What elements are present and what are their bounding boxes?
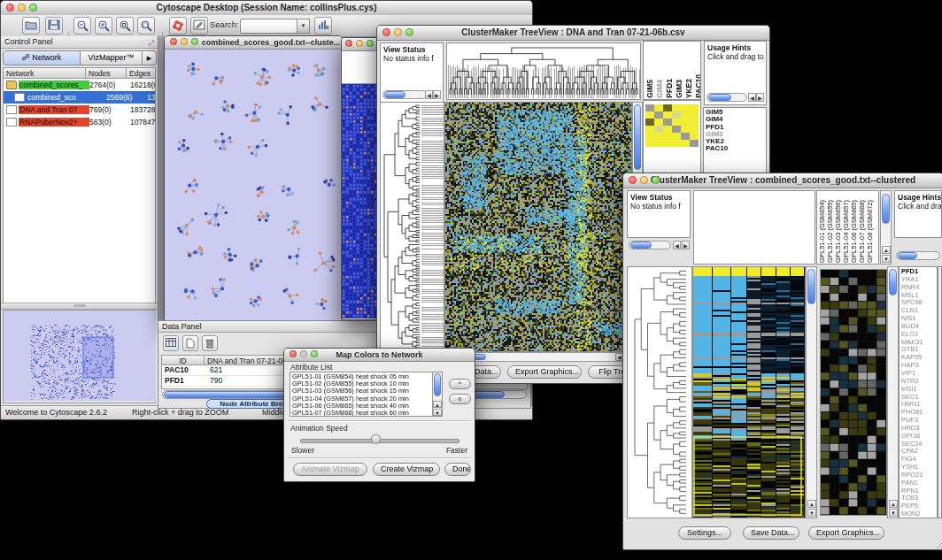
matrix-cell[interactable] [645,111,654,119]
zoom-heatmap[interactable] [820,269,887,516]
column-label[interactable]: GIM3 [675,80,683,98]
animate-vizmap-button[interactable]: Animate Vizmap [293,463,367,476]
export-graphics-button[interactable]: Export Graphics... [507,365,582,379]
treeview-combined-title-bar[interactable]: ClusterMaker TreeView : combined_scores_… [623,173,942,188]
resize-grip[interactable] [933,540,942,548]
zoom-fit-icon[interactable] [137,17,155,35]
panel-divider[interactable] [1,303,158,310]
matrix-cell[interactable] [654,104,663,111]
chart-settings-icon[interactable] [314,17,332,35]
scroll-left-arrow[interactable]: ◀ [748,93,756,102]
matrix-cell[interactable] [645,133,654,140]
matrix-cell[interactable] [690,111,699,119]
tab-vizmapper[interactable]: VizMapper™ [81,50,143,65]
scroll-right-arrow[interactable]: ▶ [433,90,441,99]
zoom-button[interactable] [311,350,318,357]
column-label[interactable]: GPL51-01 (GSM854) [819,200,826,263]
matrix-cell[interactable] [681,126,690,133]
scroll-up-arrow[interactable]: ▲ [882,246,891,254]
scroll-right-arrow[interactable]: ▶ [756,93,764,102]
matrix-cell[interactable] [681,111,690,119]
main-title-bar[interactable]: Cytoscape Desktop (Session Name: collins… [1,1,532,16]
scroll-thumb[interactable] [634,104,641,170]
save-icon[interactable] [45,17,63,35]
matrix-cell[interactable] [663,126,672,133]
matrix-cell[interactable] [654,111,663,119]
right-edge-scrollbar[interactable] [938,266,942,518]
column-label[interactable]: GPL51-02 (GSM855) [827,200,834,263]
scroll-thumb[interactable] [384,91,405,98]
tab-overflow-arrow[interactable]: ▶ [143,50,157,65]
column-header-id[interactable]: ID [162,356,205,365]
treeview-dna-title-bar[interactable]: ClusterMaker TreeView : DNA and Tran 07-… [377,26,769,41]
matrix-cell[interactable] [663,119,672,126]
matrix-cell[interactable] [645,104,654,111]
heatmap-vscrollbar[interactable]: ▲ ▼ [806,266,817,518]
minimize-button[interactable] [394,28,402,36]
column-header-nodes[interactable]: Nodes [86,68,127,79]
zoom-vscrollbar[interactable]: ▲ ▼ [887,266,899,518]
gene-label[interactable]: MON2 [901,510,935,518]
hidden-window-title-bar[interactable] [342,38,380,51]
zoom-matrix[interactable] [645,104,699,147]
matrix-cell[interactable] [672,111,681,119]
export-graphics-button[interactable]: Export Graphics... [808,526,884,540]
main-heatmap[interactable] [692,266,806,518]
zoom-button[interactable] [367,40,374,47]
row-dendrogram[interactable] [627,266,692,518]
close-button[interactable] [290,350,297,357]
search-input[interactable] [240,19,298,34]
table-grid-icon[interactable] [163,335,179,351]
tab-network[interactable]: ☍ Network [3,50,81,65]
scroll-down-arrow[interactable]: ▼ [882,255,891,263]
scroll-right-arrow[interactable]: ▶ [682,241,690,249]
scroll-down-arrow[interactable]: ▼ [433,409,442,416]
column-label[interactable]: PFD1 [665,79,674,98]
zoom-button[interactable] [405,28,413,36]
matrix-cell[interactable] [654,126,663,133]
close-button[interactable] [382,28,390,36]
move-down-button[interactable]: v [449,394,471,404]
scroll-thumb[interactable] [882,194,890,224]
minimize-button[interactable] [181,38,188,45]
open-folder-icon[interactable] [22,17,40,35]
network-list-row[interactable]: combined_scores_2764(0)16218(0) [4,79,155,91]
zoom-selected-icon[interactable] [116,17,134,35]
settings-button[interactable]: Settings... [678,526,731,540]
scroll-up-arrow[interactable]: ▲ [889,500,898,508]
column-dendrogram[interactable] [446,42,641,100]
column-label[interactable]: GPL51-07 (GSM868) [859,200,866,263]
matrix-cell[interactable] [663,133,672,140]
column-header-network[interactable]: Network [4,68,86,79]
column-header-edges[interactable]: Edges [127,68,155,79]
zoom-out-icon[interactable] [73,17,91,35]
matrix-cell[interactable] [681,133,690,140]
column-label[interactable]: PAC10 [694,74,701,98]
scroll-thumb[interactable] [708,94,731,101]
scroll-up-arrow[interactable]: ▲ [433,401,442,408]
save-data-button[interactable]: Save Data... [743,526,799,540]
attribute-item[interactable]: GPL51-07 (GSM868) heat shock 60 min [292,410,440,417]
network-window-title-bar[interactable]: combined_scores_good.txt--cluste... [165,36,342,50]
scroll-thumb[interactable] [807,269,815,304]
view-status-scrollbar[interactable] [629,241,671,249]
move-up-button[interactable]: ^ [449,379,471,389]
scroll-thumb[interactable] [434,373,441,396]
matrix-cell[interactable] [654,140,663,147]
main-heatmap[interactable] [444,102,632,352]
usage-hints-scrollbar[interactable] [706,93,747,102]
scroll-left-arrow[interactable]: ◀ [673,241,681,249]
scroll-up-arrow[interactable]: ▲ [807,500,816,508]
dense-network-canvas[interactable] [342,84,378,318]
matrix-cell[interactable] [690,104,699,111]
gene-label[interactable]: PAC10 [706,145,764,152]
matrix-cell[interactable] [690,133,699,140]
matrix-cell[interactable] [654,119,663,126]
scroll-thumb[interactable] [898,252,917,259]
matrix-cell[interactable] [645,140,654,147]
row-dendrogram[interactable] [380,102,444,352]
close-button[interactable] [170,38,177,45]
view-status-scrollbar[interactable] [382,90,427,99]
matrix-cell[interactable] [690,119,699,126]
matrix-cell[interactable] [663,140,672,147]
